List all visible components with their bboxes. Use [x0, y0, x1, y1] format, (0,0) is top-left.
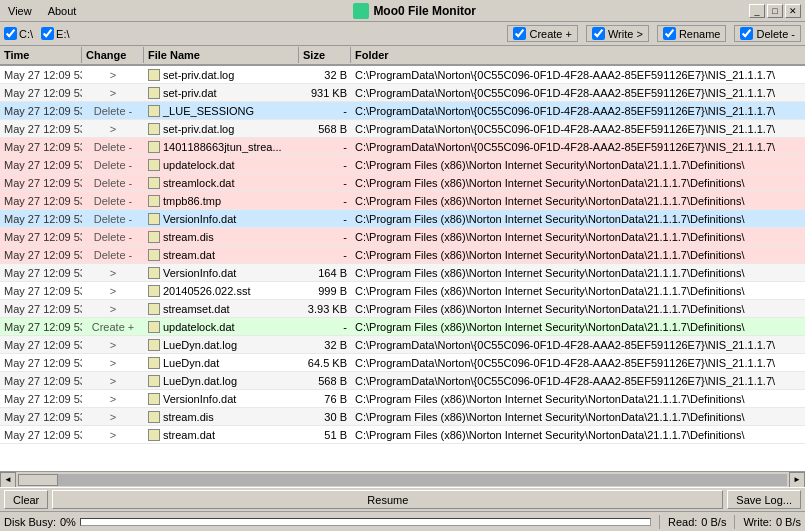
- filter-delete-checkbox[interactable]: [740, 27, 753, 40]
- file-icon: [148, 303, 160, 315]
- header-folder[interactable]: Folder: [351, 47, 805, 63]
- file-icon: [148, 105, 160, 117]
- disk-busy-label: Disk Busy:: [4, 516, 56, 528]
- table-row[interactable]: May 27 12:09 53 Delete - 1401188663jtun_…: [0, 138, 805, 156]
- file-icon: [148, 69, 160, 81]
- maximize-button[interactable]: □: [767, 4, 783, 18]
- table-row[interactable]: May 27 12:09 53 Delete - tmpb86.tmp - C:…: [0, 192, 805, 210]
- file-icon: [148, 123, 160, 135]
- filter-write-checkbox[interactable]: [592, 27, 605, 40]
- table-row[interactable]: May 27 12:09 53 > set-priv.dat.log 568 B…: [0, 120, 805, 138]
- filter-write[interactable]: Write >: [586, 25, 649, 42]
- filename-text: LueDyn.dat.log: [163, 375, 237, 387]
- cell-folder: C:\Program Files (x86)\Norton Internet S…: [351, 284, 805, 298]
- table-row[interactable]: May 27 12:09 53 Delete - stream.dat - C:…: [0, 246, 805, 264]
- filter-create-checkbox[interactable]: [513, 27, 526, 40]
- table-row[interactable]: May 27 12:09 53 Delete - stream.dis - C:…: [0, 228, 805, 246]
- cell-filename: 20140526.022.sst: [144, 284, 299, 298]
- cell-filename: LueDyn.dat: [144, 356, 299, 370]
- cell-time: May 27 12:09 53: [0, 338, 82, 352]
- minimize-button[interactable]: _: [749, 4, 765, 18]
- cell-time: May 27 12:09 53: [0, 158, 82, 172]
- header-filename[interactable]: File Name: [144, 47, 299, 63]
- table-row[interactable]: May 27 12:09 53 > LueDyn.dat 64.5 KB C:\…: [0, 354, 805, 372]
- cell-folder: C:\ProgramData\Norton\{0C55C096-0F1D-4F2…: [351, 122, 805, 136]
- filter-create[interactable]: Create +: [507, 25, 578, 42]
- disk-busy-track: [80, 518, 651, 526]
- cell-change: >: [82, 302, 144, 316]
- cell-filename: updatelock.dat: [144, 158, 299, 172]
- cell-change: Create +: [82, 320, 144, 334]
- cell-folder: C:\Program Files (x86)\Norton Internet S…: [351, 302, 805, 316]
- cell-filename: stream.dat: [144, 248, 299, 262]
- filter-write-label: Write >: [608, 28, 643, 40]
- hscroll-track[interactable]: [18, 474, 787, 486]
- table-row[interactable]: May 27 12:09 53 > set-priv.dat.log 32 B …: [0, 66, 805, 84]
- cell-change: >: [82, 86, 144, 100]
- filename-text: updatelock.dat: [163, 321, 235, 333]
- drive-c-label: C:\: [19, 28, 33, 40]
- cell-filename: VersionInfo.dat: [144, 266, 299, 280]
- disk-busy-value: 0%: [60, 516, 76, 528]
- cell-folder: C:\Program Files (x86)\Norton Internet S…: [351, 248, 805, 262]
- table-row[interactable]: May 27 12:09 53 Create + updatelock.dat …: [0, 318, 805, 336]
- filename-text: set-priv.dat.log: [163, 123, 234, 135]
- save-log-button[interactable]: Save Log...: [727, 490, 801, 509]
- table-row[interactable]: May 27 12:09 53 Delete - VersionInfo.dat…: [0, 210, 805, 228]
- header-change[interactable]: Change: [82, 47, 144, 63]
- cell-folder: C:\Program Files (x86)\Norton Internet S…: [351, 410, 805, 424]
- table-row[interactable]: May 27 12:09 53 > stream.dat 51 B C:\Pro…: [0, 426, 805, 444]
- table-row[interactable]: May 27 12:09 53 Delete - streamlock.dat …: [0, 174, 805, 192]
- cell-filename: 1401188663jtun_strea...: [144, 140, 299, 154]
- table-row[interactable]: May 27 12:09 53 Delete - updatelock.dat …: [0, 156, 805, 174]
- table-row[interactable]: May 27 12:09 53 Delete - _LUE_SESSIONG -…: [0, 102, 805, 120]
- table-row[interactable]: May 27 12:09 53 > VersionInfo.dat 164 B …: [0, 264, 805, 282]
- table-row[interactable]: May 27 12:09 53 > 20140526.022.sst 999 B…: [0, 282, 805, 300]
- hscroll-right[interactable]: ►: [789, 472, 805, 488]
- cell-size: -: [299, 140, 351, 154]
- drive-c-check[interactable]: C:\: [4, 27, 33, 40]
- filename-text: stream.dis: [163, 231, 214, 243]
- cell-filename: LueDyn.dat.log: [144, 338, 299, 352]
- filter-delete-label: Delete -: [756, 28, 795, 40]
- cell-size: -: [299, 230, 351, 244]
- filter-rename[interactable]: Rename: [657, 25, 727, 42]
- table-row[interactable]: May 27 12:09 53 > LueDyn.dat.log 568 B C…: [0, 372, 805, 390]
- table-row[interactable]: May 27 12:09 53 > streamset.dat 3.93 KB …: [0, 300, 805, 318]
- write-label: Write:: [743, 516, 772, 528]
- filter-delete[interactable]: Delete -: [734, 25, 801, 42]
- horizontal-scrollbar[interactable]: ◄ ►: [0, 471, 805, 487]
- drive-c-checkbox[interactable]: [4, 27, 17, 40]
- drive-e-check[interactable]: E:\: [41, 27, 69, 40]
- cell-folder: C:\Program Files (x86)\Norton Internet S…: [351, 158, 805, 172]
- table-row[interactable]: May 27 12:09 53 > LueDyn.dat.log 32 B C:…: [0, 336, 805, 354]
- filename-text: streamset.dat: [163, 303, 230, 315]
- menu-about[interactable]: About: [44, 4, 81, 18]
- filename-text: LueDyn.dat.log: [163, 339, 237, 351]
- close-button[interactable]: ✕: [785, 4, 801, 18]
- filename-text: stream.dis: [163, 411, 214, 423]
- file-icon: [148, 429, 160, 441]
- hscroll-left[interactable]: ◄: [0, 472, 16, 488]
- clear-button[interactable]: Clear: [4, 490, 48, 509]
- cell-filename: VersionInfo.dat: [144, 392, 299, 406]
- header-time[interactable]: Time: [0, 47, 82, 63]
- cell-time: May 27 12:09 53: [0, 140, 82, 154]
- filename-text: stream.dat: [163, 249, 215, 261]
- table-row[interactable]: May 27 12:09 53 > VersionInfo.dat 76 B C…: [0, 390, 805, 408]
- cell-change: Delete -: [82, 140, 144, 154]
- cell-filename: VersionInfo.dat: [144, 212, 299, 226]
- header-size[interactable]: Size: [299, 47, 351, 63]
- status-sep1: [659, 515, 660, 529]
- resume-button[interactable]: Resume: [52, 490, 723, 509]
- file-icon: [148, 321, 160, 333]
- table-row[interactable]: May 27 12:09 53 > set-priv.dat 931 KB C:…: [0, 84, 805, 102]
- cell-change: >: [82, 284, 144, 298]
- table-body[interactable]: May 27 12:09 53 > set-priv.dat.log 32 B …: [0, 66, 805, 471]
- menu-view[interactable]: View: [4, 4, 36, 18]
- drive-e-checkbox[interactable]: [41, 27, 54, 40]
- filter-rename-checkbox[interactable]: [663, 27, 676, 40]
- hscroll-thumb[interactable]: [18, 474, 58, 486]
- cell-size: 568 B: [299, 122, 351, 136]
- table-row[interactable]: May 27 12:09 53 > stream.dis 30 B C:\Pro…: [0, 408, 805, 426]
